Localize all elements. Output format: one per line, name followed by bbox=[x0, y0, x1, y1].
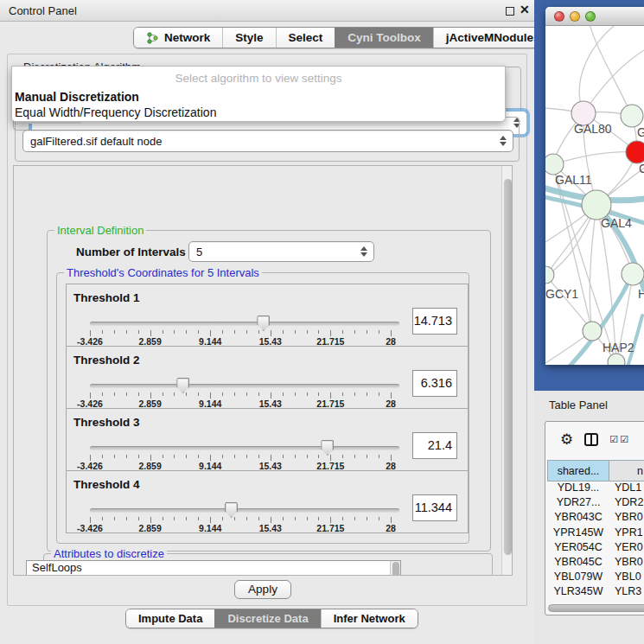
threshold-value-field[interactable]: 21.4 bbox=[412, 432, 457, 459]
slider-thumb[interactable] bbox=[225, 502, 238, 518]
attribute-item[interactable]: SelfLoops bbox=[27, 561, 400, 576]
slider-thumb[interactable] bbox=[257, 316, 270, 331]
network-edge[interactable] bbox=[583, 50, 644, 113]
network-node[interactable] bbox=[582, 190, 611, 220]
slider-tick bbox=[283, 392, 284, 396]
cell-shared-name: YIL053C bbox=[547, 601, 609, 603]
network-node-label: GA bbox=[637, 125, 644, 139]
close-icon[interactable]: ✕ bbox=[520, 3, 530, 16]
tab-style[interactable]: Style bbox=[222, 28, 275, 48]
algorithm-option[interactable]: Equal Width/Frequency Discretization bbox=[15, 105, 216, 119]
algorithm-option[interactable]: Manual Discretization bbox=[15, 90, 139, 104]
num-intervals-value: 5 bbox=[196, 245, 202, 258]
control-panel-titlebar: Control Panel ✕ bbox=[0, 0, 534, 22]
slider-tick bbox=[186, 392, 187, 396]
network-node[interactable] bbox=[626, 141, 644, 163]
network-edge[interactable] bbox=[579, 26, 619, 113]
slider-tick bbox=[271, 330, 271, 336]
table-row[interactable]: YPR145WYPR1 bbox=[547, 526, 644, 541]
zoom-traffic-light[interactable] bbox=[585, 11, 596, 22]
slider-tick bbox=[150, 392, 151, 399]
vertical-scrollbar[interactable] bbox=[501, 166, 513, 575]
attributes-group-title: Attributes to discretize bbox=[51, 547, 167, 560]
threshold-value-field[interactable]: 11.344 bbox=[412, 494, 457, 521]
slider-tick-label: 15.43 bbox=[249, 523, 292, 533]
network-node[interactable] bbox=[583, 322, 602, 341]
slider-tick bbox=[163, 330, 163, 334]
float-window-icon[interactable] bbox=[506, 7, 514, 16]
slider-tick bbox=[198, 392, 199, 396]
table-row[interactable]: YER054CYER0 bbox=[547, 541, 644, 556]
gear-icon[interactable]: ⚙ bbox=[560, 432, 573, 447]
tab-label: Network bbox=[164, 31, 210, 44]
slider-tick bbox=[210, 517, 211, 523]
network-edge[interactable] bbox=[553, 152, 637, 164]
slider-tick bbox=[234, 392, 235, 396]
num-intervals-combobox[interactable]: 5 bbox=[188, 241, 374, 262]
table-data-combobox[interactable]: galFiltered.sif default node bbox=[22, 130, 513, 152]
cell-name: YDR2 bbox=[609, 496, 643, 511]
bottom-tab-infer-network[interactable]: Infer Network bbox=[321, 609, 418, 628]
network-node-label: GAL4 bbox=[601, 216, 632, 230]
network-edge[interactable] bbox=[589, 26, 632, 116]
threshold-value-field[interactable]: 6.316 bbox=[412, 370, 457, 397]
numerical-attributes-list[interactable]: SelfLoopsTopologicalCoefficientBetweenne… bbox=[26, 560, 401, 576]
attributes-scrollbar[interactable] bbox=[390, 561, 400, 576]
network-canvas[interactable]: GAL80GACGAL11GAL4GCY1HHAP2 bbox=[545, 26, 644, 365]
slider-tick bbox=[90, 330, 91, 336]
slider-tick bbox=[114, 517, 115, 520]
slider-thumb[interactable] bbox=[176, 378, 189, 393]
table-row[interactable]: YBR045CYBR0 bbox=[547, 556, 644, 571]
horizontal-scrollbar[interactable] bbox=[548, 604, 644, 612]
slider-thumb[interactable] bbox=[321, 440, 334, 456]
network-node[interactable] bbox=[621, 105, 643, 127]
slider-tick bbox=[342, 392, 343, 396]
threshold-value-field[interactable]: 14.713 bbox=[412, 308, 457, 335]
apply-button[interactable]: Apply bbox=[234, 580, 291, 599]
cell-shared-name: YDL19... bbox=[547, 481, 609, 496]
close-traffic-light[interactable] bbox=[554, 11, 564, 22]
network-node[interactable] bbox=[545, 154, 564, 175]
slider-tick bbox=[379, 392, 379, 396]
attribute-item[interactable]: TopologicalCoefficient bbox=[27, 576, 400, 577]
slider-tick bbox=[307, 330, 308, 334]
slider-tick bbox=[318, 330, 319, 334]
slider-tick bbox=[186, 455, 187, 458]
table-row[interactable]: YIL053CYIL0 bbox=[547, 601, 644, 603]
slider-tick bbox=[126, 330, 127, 334]
slider-track[interactable] bbox=[90, 446, 399, 450]
slider-tick bbox=[258, 517, 259, 520]
tab-cyni-toolbox[interactable]: Cyni Toolbox bbox=[335, 28, 433, 48]
table-row[interactable]: YLR345WYLR3 bbox=[547, 585, 644, 600]
columns-icon[interactable] bbox=[584, 433, 598, 446]
column-header[interactable]: n bbox=[609, 460, 644, 481]
slider-tick bbox=[271, 517, 271, 523]
minimize-traffic-light[interactable] bbox=[570, 11, 580, 22]
table-row[interactable]: YDR27...YDR2 bbox=[547, 496, 644, 511]
slider-tick bbox=[90, 517, 91, 523]
slider-track[interactable] bbox=[90, 322, 399, 326]
checkbox-icon[interactable]: ☑ bbox=[620, 435, 628, 444]
slider-track[interactable] bbox=[90, 384, 399, 388]
slider-track[interactable] bbox=[90, 508, 399, 513]
bottom-tab-impute-data[interactable]: Impute Data bbox=[126, 609, 214, 628]
network-node-label: GAL11 bbox=[555, 173, 592, 187]
slider-tick bbox=[342, 455, 343, 458]
tab-select[interactable]: Select bbox=[276, 28, 335, 48]
network-node[interactable] bbox=[545, 266, 554, 284]
checkbox-icon[interactable]: ☑ bbox=[609, 435, 618, 444]
tab-network[interactable]: Network bbox=[134, 28, 222, 48]
table-row[interactable]: YBL079WYBL0 bbox=[547, 571, 644, 585]
column-header[interactable]: shared... bbox=[547, 460, 609, 481]
table-data-group: Table Data galFiltered.sif default node bbox=[15, 117, 520, 162]
slider-tick bbox=[174, 392, 175, 396]
network-node[interactable] bbox=[608, 354, 625, 365]
network-node[interactable] bbox=[622, 263, 644, 285]
network-edge[interactable] bbox=[590, 205, 596, 331]
table-row[interactable]: YDL19...YDL1 bbox=[547, 481, 644, 496]
table-row[interactable]: YBR043CYBR0 bbox=[547, 511, 644, 526]
slider-tick bbox=[174, 330, 175, 334]
slider-tick bbox=[210, 392, 211, 399]
bottom-tab-discretize-data[interactable]: Discretize Data bbox=[214, 609, 320, 628]
slider-tick bbox=[114, 330, 115, 334]
